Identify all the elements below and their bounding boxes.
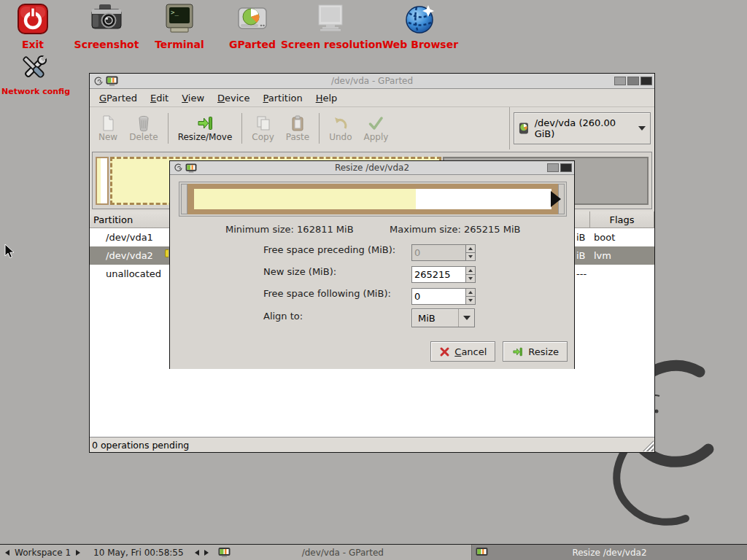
- toolbar-new-button[interactable]: New: [93, 112, 123, 144]
- right-resize-handle-arrow-icon[interactable]: [551, 191, 561, 207]
- toolbar-separator: [319, 113, 320, 144]
- apply-check-icon: [367, 114, 384, 132]
- spin-up-button[interactable]: [465, 244, 476, 253]
- spin-down-button[interactable]: [465, 253, 476, 261]
- desktop-icon-terminal[interactable]: >_ Terminal: [147, 3, 212, 50]
- desktop-icon-label: Screen resolution: [281, 39, 380, 50]
- desktop-icon-gparted[interactable]: GParted: [220, 3, 285, 50]
- size-fragment: iB: [576, 250, 590, 261]
- toolbar-button-label: Delete: [129, 132, 158, 142]
- menu-view[interactable]: View: [175, 90, 211, 106]
- svg-text:>_: >_: [171, 9, 179, 16]
- taskbar-item-resize-dialog[interactable]: Resize /dev/vda2: [471, 545, 747, 560]
- size-fragment: iB: [576, 232, 590, 243]
- cancel-button[interactable]: Cancel: [430, 341, 495, 362]
- minimize-button[interactable]: [614, 77, 626, 85]
- status-bar: 0 operations pending: [90, 437, 654, 452]
- toolbar-separator: [241, 113, 242, 144]
- desktop-icon-label: GParted: [220, 39, 285, 50]
- dropdown-button[interactable]: [458, 309, 474, 327]
- column-header-partition[interactable]: Partition: [90, 211, 172, 228]
- desktop-icon-screenshot[interactable]: Screenshot: [74, 3, 139, 50]
- dialog-maximize-button[interactable]: [547, 163, 559, 172]
- toolbar-copy-button[interactable]: Copy: [246, 112, 279, 144]
- align-to-dropdown[interactable]: MiB: [411, 308, 475, 327]
- chevron-down-icon: [463, 316, 471, 320]
- partition-flags: lvm: [590, 250, 654, 261]
- maximize-button[interactable]: [627, 77, 639, 85]
- globe-icon: [378, 3, 462, 36]
- toolbar-undo-button[interactable]: Undo: [323, 112, 357, 144]
- desktop-icon-web-browser[interactable]: Web Browser: [378, 3, 462, 50]
- toolbar-button-label: Copy: [252, 132, 274, 142]
- toolbar-apply-button[interactable]: Apply: [358, 112, 395, 144]
- spin-up-button[interactable]: [465, 266, 476, 275]
- partition-extent-bar: [187, 184, 558, 214]
- column-header-flags[interactable]: Flags: [590, 211, 654, 228]
- delete-partition-icon: [135, 114, 152, 132]
- align-to-label: Align to:: [263, 311, 303, 322]
- workspace-prev-icon[interactable]: [5, 550, 9, 556]
- partition-flags: boot: [590, 232, 654, 243]
- desktop-icon-exit[interactable]: Exit: [4, 3, 62, 50]
- resize-move-icon: [196, 114, 214, 132]
- workspace-next-icon[interactable]: [76, 550, 80, 556]
- left-resize-handle[interactable]: [181, 184, 187, 214]
- main-window-titlebar[interactable]: /dev/vda - GParted: [90, 74, 654, 89]
- task-prev-icon[interactable]: [195, 550, 199, 556]
- partition-visual-vda1[interactable]: [96, 157, 109, 205]
- desktop-icon-label: Terminal: [147, 39, 212, 50]
- device-disk-icon: [519, 122, 531, 135]
- device-selector[interactable]: /dev/vda (260.00 GiB): [514, 112, 651, 144]
- taskbar-item-gparted[interactable]: /dev/vda - GParted: [214, 545, 471, 560]
- dialog-titlebar[interactable]: Resize /dev/vda2: [170, 161, 574, 175]
- resize-button[interactable]: Resize: [503, 341, 568, 362]
- spin-down-button[interactable]: [465, 297, 476, 305]
- toolbar-resize-move-button[interactable]: Resize/Move: [172, 112, 239, 144]
- toolbar-button-label: Paste: [286, 132, 309, 142]
- monitor-icon: [281, 3, 380, 36]
- partition-name: /dev/vda1: [90, 232, 172, 243]
- free-space-preceding-spinner: [411, 244, 476, 261]
- clock: 10 May, Fri 00:58:55: [93, 548, 184, 558]
- menu-help[interactable]: Help: [309, 90, 344, 106]
- free-space-preceding-input[interactable]: [411, 244, 465, 261]
- chevron-down-icon: [638, 126, 646, 131]
- resize-slider-widget[interactable]: [179, 182, 567, 217]
- main-window-title: /dev/vda - GParted: [90, 76, 654, 86]
- partition-name: /dev/vda2: [90, 250, 172, 261]
- resize-grip[interactable]: [643, 440, 654, 451]
- toolbar-button-label: Undo: [329, 132, 352, 142]
- new-partition-icon: [99, 114, 117, 132]
- partition-name: unallocated: [90, 268, 172, 279]
- desktop-icon-label: Exit: [4, 39, 62, 50]
- close-button[interactable]: [640, 77, 652, 85]
- camera-icon: [74, 3, 139, 36]
- menu-partition[interactable]: Partition: [257, 90, 309, 106]
- column-header-size[interactable]: [576, 211, 590, 228]
- minimum-size-label: Minimum size: 162811 MiB: [225, 224, 354, 235]
- menu-device[interactable]: Device: [211, 90, 256, 106]
- new-size-input[interactable]: [411, 266, 465, 283]
- task-next-icon[interactable]: [204, 550, 209, 556]
- spin-up-button[interactable]: [465, 288, 476, 297]
- desktop-icon-network-config[interactable]: Network config: [1, 51, 67, 96]
- toolbar-button-label: Resize/Move: [178, 132, 233, 142]
- taskbar: Workspace 1 10 May, Fri 00:58:55 /dev/vd…: [0, 544, 747, 560]
- mouse-cursor: [4, 244, 16, 260]
- power-icon: [4, 3, 62, 36]
- desktop-icon-screen-resolution[interactable]: Screen resolution: [281, 3, 380, 50]
- paste-icon: [289, 114, 306, 132]
- menu-edit[interactable]: Edit: [144, 90, 175, 106]
- dialog-close-button[interactable]: [560, 163, 572, 172]
- free-space-following-spinner: [411, 288, 476, 305]
- toolbar-delete-button[interactable]: Delete: [123, 112, 163, 144]
- menu-gparted[interactable]: GParted: [93, 90, 144, 106]
- free-space-following-input[interactable]: [411, 288, 465, 305]
- toolbar-paste-button[interactable]: Paste: [280, 112, 315, 144]
- device-selector-value: /dev/vda (260.00 GiB): [535, 117, 631, 139]
- resize-arrow-icon: [511, 346, 524, 357]
- spin-down-button[interactable]: [465, 275, 476, 283]
- free-space-following-label: Free space following (MiB):: [263, 288, 391, 299]
- gparted-disk-icon: [220, 3, 285, 36]
